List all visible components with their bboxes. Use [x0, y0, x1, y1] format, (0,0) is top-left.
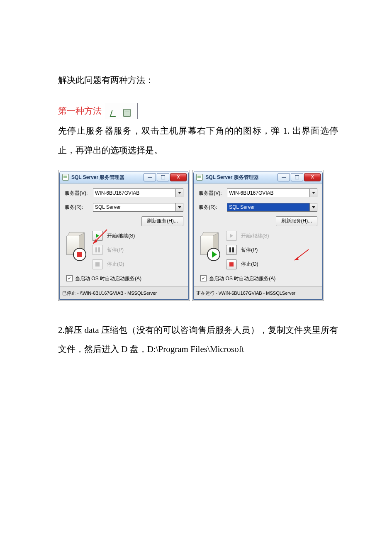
stop-label: 停止(O) — [241, 259, 258, 269]
svg-line-2 — [295, 249, 309, 260]
window-title: SQL Server 服务管理器 — [205, 172, 275, 183]
minimize-button[interactable]: — — [278, 173, 290, 181]
chevron-down-icon[interactable] — [175, 203, 183, 211]
stop-icon — [229, 262, 234, 266]
tray-icon-clip — [105, 103, 138, 119]
play-icon — [230, 234, 233, 238]
server-label: 服务器(V): — [65, 188, 93, 198]
maximize-button[interactable] — [157, 173, 169, 181]
stop-button[interactable] — [226, 259, 237, 269]
close-button[interactable]: X — [170, 173, 187, 181]
svg-marker-3 — [295, 257, 299, 260]
refresh-button[interactable]: 刷新服务(H)... — [276, 216, 318, 226]
stop-icon — [95, 262, 100, 266]
server-status-icon — [66, 232, 85, 255]
refresh-button[interactable]: 刷新服务(H)... — [141, 216, 183, 226]
start-label: 开始/继续(S) — [241, 230, 269, 241]
dialog-1-wrap: SQL Server 服务管理器 — X 服务器(V): WIN-6BU167G… — [58, 170, 190, 301]
status-stopped-icon — [73, 248, 86, 261]
server-label: 服务器(V): — [199, 188, 227, 198]
method1-label: 第一种方法 — [58, 101, 102, 120]
autostart-label: 当启动 OS 时自动启动服务(A) — [209, 273, 275, 284]
service-combo[interactable]: SQL Server — [93, 203, 183, 212]
dialog-2-wrap: SQL Server 服务管理器 — X 服务器(V): WIN-6BU167G… — [192, 170, 324, 301]
pause-label: 暂停(P) — [241, 244, 258, 255]
service-label: 服务(R): — [199, 202, 227, 213]
chevron-down-icon[interactable] — [175, 189, 183, 197]
chevron-down-icon[interactable] — [309, 189, 317, 197]
pause-icon — [95, 247, 100, 252]
paragraph-2: 2.解压 data 压缩包（没有的可以咨询售后服务人员），复制文件夹里所有文件，… — [58, 320, 338, 359]
titlebar: SQL Server 服务管理器 — X — [194, 171, 322, 183]
db-tray-icon — [123, 109, 131, 117]
sql-service-manager-dialog-running: SQL Server 服务管理器 — X 服务器(V): WIN-6BU167G… — [193, 171, 323, 300]
pause-label: 暂停(P) — [107, 244, 124, 255]
status-bar: 已停止 - \\WIN-6BU167GVIAB - MSSQLServer — [60, 286, 188, 299]
chevron-down-icon[interactable] — [309, 203, 317, 211]
start-button — [226, 231, 237, 241]
service-combo-selected[interactable]: SQL Server — [227, 203, 317, 212]
close-button[interactable]: X — [304, 173, 321, 181]
sql-service-manager-dialog-stopped: SQL Server 服务管理器 — X 服务器(V): WIN-6BU167G… — [59, 171, 189, 300]
pause-icon — [229, 247, 234, 252]
autostart-checkbox[interactable]: ✓ — [66, 275, 73, 281]
service-combo-value: SQL Server — [95, 202, 121, 213]
autostart-label: 当启动 OS 时自动启动服务(A) — [75, 273, 141, 284]
pause-button[interactable] — [226, 245, 237, 255]
service-label: 服务(R): — [65, 202, 93, 213]
server-combo-value: WIN-6BU167GVIAB — [95, 188, 139, 198]
server-status-icon — [200, 232, 219, 255]
app-icon — [196, 174, 203, 181]
window-title: SQL Server 服务管理器 — [71, 172, 141, 183]
stop-button — [92, 259, 103, 269]
pause-button — [92, 245, 103, 255]
server-combo[interactable]: WIN-6BU167GVIAB — [93, 188, 183, 197]
play-icon — [96, 234, 99, 238]
app-icon — [62, 174, 69, 181]
paragraph-1: 先停止服务器服务，双击主机屏幕右下角的的图标，弹 1. 出界面选停止，再弹出的选… — [58, 121, 338, 159]
server-combo-value: WIN-6BU167GVIAB — [229, 188, 273, 198]
status-bar: 正在运行 - \\WIN-6BU167GVIAB - MSSQLServer — [194, 286, 322, 299]
autostart-checkbox[interactable]: ✓ — [200, 275, 207, 281]
maximize-button[interactable] — [291, 173, 303, 181]
method1-line: 第一种方法 — [58, 101, 338, 120]
minimize-button[interactable]: — — [144, 173, 156, 181]
start-label: 开始/继续(S) — [107, 230, 135, 241]
intro-text: 解决此问题有两种方法： — [58, 71, 338, 90]
stop-label: 停止(O) — [107, 259, 124, 269]
red-arrow-annotation — [292, 249, 310, 263]
status-running-icon — [207, 248, 220, 261]
start-button[interactable] — [92, 231, 103, 241]
server-combo[interactable]: WIN-6BU167GVIAB — [227, 188, 317, 197]
titlebar: SQL Server 服务管理器 — X — [60, 171, 188, 183]
service-combo-value: SQL Server — [229, 202, 255, 213]
